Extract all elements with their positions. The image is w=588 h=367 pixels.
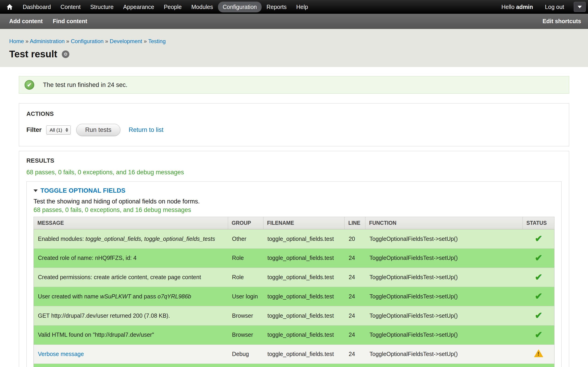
message-cell: Valid HTML found on "http://drupal7.dev/… [34, 325, 228, 344]
column-header-filename: FILENAME [263, 217, 345, 229]
breadcrumb: Home » Administration » Configuration » … [9, 38, 579, 44]
function-cell: ToggleOptionalFieldsTest->setUp() [365, 325, 523, 344]
status-cell: ✔ [523, 325, 554, 344]
table-row: Created role of name: nHQ9fFZS, id: 4Rol… [34, 248, 554, 268]
admin-menu-item-help[interactable]: Help [292, 2, 313, 12]
toolbar-toggle-button[interactable] [574, 2, 586, 12]
status-cell: ✔ [523, 287, 554, 306]
results-summary: 68 passes, 0 fails, 0 exceptions, and 16… [26, 169, 562, 176]
status-ok-icon: ✔ [25, 80, 34, 90]
pass-check-icon: ✔ [535, 272, 543, 282]
table-row: Created permissions: create article cont… [34, 268, 554, 287]
breadcrumb-link-development[interactable]: Development [110, 38, 142, 44]
message-text: Created permissions: create article cont… [38, 274, 201, 280]
logout-link[interactable]: Log out [545, 4, 564, 10]
test-group-summary: 68 passes, 0 fails, 0 exceptions, and 16… [34, 206, 554, 214]
status-cell: ✔ [523, 229, 554, 249]
filename-cell: toggle_optional_fields.test [263, 268, 345, 287]
function-cell: ToggleOptionalFieldsTest->setUp() [365, 287, 523, 306]
shortcut-item-find-content[interactable]: Find content [53, 18, 87, 25]
admin-menu-item-configuration[interactable]: Configuration [218, 2, 262, 12]
admin-menu-item-content[interactable]: Content [56, 2, 86, 12]
edit-shortcuts-link[interactable]: Edit shortcuts [543, 18, 581, 25]
admin-menu-item-dashboard[interactable]: Dashboard [18, 2, 56, 12]
line-cell: 24 [345, 306, 365, 325]
status-message: ✔ The test run finished in 24 sec. [19, 76, 569, 94]
breadcrumb-link-configuration[interactable]: Configuration [71, 38, 104, 44]
greeting-prefix: Hello [502, 4, 515, 10]
column-header-function: FUNCTION [365, 217, 523, 229]
message-cell [34, 364, 228, 367]
run-tests-button[interactable]: Run tests [76, 124, 120, 136]
admin-toolbar: DashboardContentStructureAppearancePeopl… [0, 0, 588, 14]
admin-menu: DashboardContentStructureAppearancePeopl… [18, 2, 313, 12]
message-text: wSuPLKWT [100, 293, 131, 300]
pass-check-icon: ✔ [535, 310, 543, 320]
group-cell: User login [228, 287, 263, 306]
return-to-list-link[interactable]: Return to list [129, 126, 164, 133]
username: admin [516, 4, 533, 10]
page-title: Test result [9, 49, 57, 60]
line-cell: 24 [345, 325, 365, 344]
filter-select[interactable]: All (1) [46, 125, 71, 135]
pass-check-icon: ✔ [535, 253, 543, 263]
pass-check-icon: ✔ [535, 330, 543, 340]
warning-exclamation: ! [537, 351, 539, 357]
test-group-legend[interactable]: TOGGLE OPTIONAL FIELDS [34, 187, 554, 194]
group-cell: Debug [228, 344, 263, 364]
function-cell: ToggleOptionalFieldsTest->setUp() [365, 268, 523, 287]
table-row: Verbose messageDebugtoggle_optional_fiel… [34, 344, 554, 364]
admin-menu-item-structure[interactable]: Structure [86, 2, 118, 12]
breadcrumb-link-testing[interactable]: Testing [148, 38, 166, 44]
status-cell [523, 364, 554, 367]
message-text: and pass [131, 293, 157, 300]
verbose-message-link[interactable]: Verbose message [38, 351, 84, 357]
home-icon[interactable] [6, 3, 14, 11]
filename-cell [263, 364, 345, 367]
message-cell: Created permissions: create article cont… [34, 268, 228, 287]
message-text: User created with name [38, 293, 100, 300]
breadcrumb-separator: » [65, 38, 71, 44]
line-cell: 24 [345, 344, 365, 364]
group-cell: Role [228, 268, 263, 287]
breadcrumb-separator: » [24, 38, 30, 44]
filter-select-value: All (1) [50, 127, 62, 133]
filter-label: Filter [26, 126, 42, 133]
breadcrumb-separator: » [142, 38, 148, 44]
message-text: Enabled modules: [38, 236, 86, 242]
shortcut-bar: Add contentFind content Edit shortcuts [0, 14, 588, 29]
line-cell: 24 [345, 287, 365, 306]
function-cell: ToggleOptionalFieldsTest->setUp() [365, 229, 523, 249]
test-group-fieldset: TOGGLE OPTIONAL FIELDS Test the showing … [26, 181, 562, 367]
table-row: Valid HTML found on "http://drupal7.dev/… [34, 325, 554, 344]
gear-icon[interactable]: ⚙ [62, 50, 69, 58]
filename-cell: toggle_optional_fields.test [263, 229, 345, 249]
admin-menu-item-modules[interactable]: Modules [187, 2, 218, 12]
group-cell: Other [228, 229, 263, 249]
breadcrumb-separator: » [104, 38, 110, 44]
breadcrumb-link-administration[interactable]: Administration [30, 38, 65, 44]
user-greeting: Hello admin [502, 4, 533, 10]
shortcut-item-add-content[interactable]: Add content [9, 18, 43, 25]
warning-icon: ! [534, 349, 543, 357]
results-panel: RESULTS 68 passes, 0 fails, 0 exceptions… [19, 151, 569, 367]
message-cell: User created with name wSuPLKWT and pass… [34, 287, 228, 306]
breadcrumb-link-home[interactable]: Home [9, 38, 24, 44]
results-table-header-row: MESSAGEGROUPFILENAMELINEFUNCTIONSTATUS [34, 217, 554, 229]
results-table-body: Enabled modules: toggle_optional_fields,… [34, 229, 554, 367]
status-cell: ✔ [523, 306, 554, 325]
admin-menu-item-people[interactable]: People [159, 2, 187, 12]
line-cell: 24 [345, 268, 365, 287]
filename-cell: toggle_optional_fields.test [263, 248, 345, 268]
main-content: ✔ The test run finished in 24 sec. ACTIO… [0, 67, 588, 367]
group-cell: Role [228, 248, 263, 268]
line-cell [345, 364, 365, 367]
breadcrumb-band: Home » Administration » Configuration » … [0, 29, 588, 67]
message-text: Created role of name: nHQ9fFZS, id: 4 [38, 255, 137, 261]
admin-menu-item-appearance[interactable]: Appearance [118, 2, 159, 12]
message-cell: Created role of name: nHQ9fFZS, id: 4 [34, 248, 228, 268]
status-cell: ✔ [523, 248, 554, 268]
admin-menu-item-reports[interactable]: Reports [262, 2, 292, 12]
test-group-title[interactable]: TOGGLE OPTIONAL FIELDS [40, 187, 125, 194]
select-arrows-icon [65, 128, 68, 132]
